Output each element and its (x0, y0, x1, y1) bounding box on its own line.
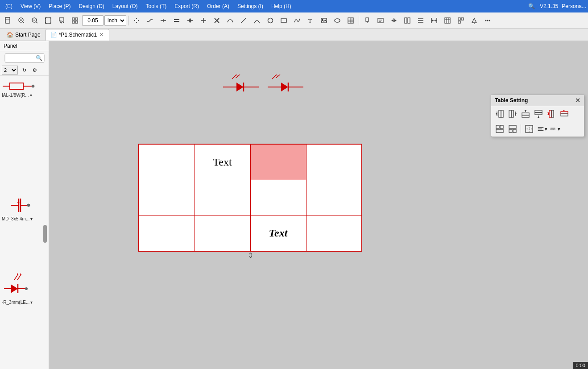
menu-view[interactable]: View (V) (17, 2, 44, 11)
table-cell-1-3[interactable] (306, 180, 362, 216)
new-button[interactable] (2, 14, 14, 27)
canvas-area[interactable]: Text Text (49, 41, 588, 369)
junction-button[interactable] (184, 14, 196, 27)
svg-rect-111 (509, 110, 511, 117)
zoom-select[interactable]: 2 1 3 (2, 66, 18, 75)
component-item-resistor[interactable]: IAL-1/8W(R... ▾ (2, 79, 47, 98)
menu-export[interactable]: Export (R) (171, 2, 203, 11)
pin-button[interactable] (361, 14, 373, 27)
spread-button[interactable] (455, 14, 467, 27)
move-button[interactable] (130, 14, 143, 27)
dist-icon (431, 17, 438, 24)
line-button[interactable] (237, 14, 250, 27)
table-cell-0-3[interactable] (306, 144, 362, 180)
unit-select[interactable]: inch mm mil (104, 15, 126, 26)
image-icon (320, 17, 327, 24)
ts-cell-border-btn[interactable] (523, 123, 535, 135)
noconnect-button[interactable] (211, 14, 223, 27)
dist-button[interactable] (428, 14, 440, 27)
ts-align-dropdown-btn[interactable]: ▾ (536, 123, 548, 135)
tab-start-page[interactable]: 🏠 Start Page (2, 29, 46, 41)
extra-button[interactable] (481, 14, 494, 27)
arc-button[interactable] (251, 14, 263, 27)
tab-schematic1-close[interactable]: ✕ (99, 32, 104, 37)
grid-button[interactable] (69, 14, 81, 27)
svg-line-5 (23, 22, 24, 23)
text-button[interactable]: T (304, 14, 317, 27)
ts-insert-row-above-btn[interactable] (520, 108, 531, 120)
capacitor-symbol: + (2, 194, 42, 216)
grid-value-input[interactable]: 0.05 (82, 15, 104, 26)
svg-rect-136 (513, 129, 516, 133)
menu-design[interactable]: Design (D) (75, 2, 108, 11)
menu-order[interactable]: Order (A) (203, 2, 233, 11)
ts-merge-btn[interactable] (494, 123, 505, 135)
menubar-right: 🔍 V2.1.35 Persona... (527, 2, 586, 11)
tab-schematic1[interactable]: 📄 *P1.Schematic1 ✕ (46, 29, 109, 41)
menu-settings[interactable]: Settings (I) (234, 2, 267, 11)
ts-toolbar-row-1 (491, 106, 584, 121)
table-cell-1-1[interactable] (195, 180, 250, 216)
component-item-diode-led[interactable]: -R_3mm(LE... ▾ (2, 273, 47, 305)
table-button[interactable] (344, 14, 357, 27)
bezier-button[interactable] (224, 14, 236, 27)
menu-place[interactable]: Place (P) (45, 2, 74, 11)
table-cell-0-0[interactable] (139, 144, 195, 180)
main-layout: Panel 🔍 2 1 3 ↻ ⚙ (0, 41, 588, 369)
schematic-table[interactable]: Text Text (138, 144, 362, 252)
ts-line-dropdown-btn[interactable]: ▾ (549, 123, 561, 135)
mirror-h-button[interactable] (388, 14, 400, 27)
panel-settings-btn[interactable]: ⚙ (30, 66, 39, 75)
bus-button[interactable] (170, 14, 183, 27)
table-cell-2-0[interactable] (139, 216, 195, 251)
ts-insert-col-left-btn[interactable] (494, 108, 505, 120)
table-cell-1-0[interactable] (139, 180, 195, 216)
table-cell-0-1[interactable]: Text (195, 144, 250, 180)
align-button[interactable] (414, 14, 427, 27)
svg-rect-40 (366, 18, 369, 21)
table-cell-2-3[interactable] (306, 216, 362, 251)
svg-point-75 (32, 85, 34, 87)
table-cell-0-2[interactable] (250, 144, 306, 180)
ts-insert-col-right-btn[interactable] (507, 108, 518, 120)
select-button[interactable] (55, 14, 68, 27)
circle-button[interactable] (264, 14, 277, 27)
panel-search-bar[interactable]: 🔍 (4, 53, 45, 63)
col-button[interactable] (401, 14, 414, 27)
table-cell-1-2[interactable] (250, 180, 306, 216)
ts-delete-col-btn[interactable] (546, 108, 557, 120)
ts-insert-row-below-btn[interactable] (533, 108, 544, 120)
wire-button[interactable] (144, 14, 156, 27)
net-button[interactable] (157, 14, 170, 27)
global-search-icon[interactable]: 🔍 (527, 2, 536, 11)
rect-button[interactable] (277, 14, 290, 27)
table2-button[interactable] (441, 14, 454, 27)
ts-close-button[interactable]: ✕ (575, 97, 580, 104)
menu-layout[interactable]: Layout (O) (109, 2, 141, 11)
svg-rect-0 (5, 17, 10, 23)
panel-scrollbar-thumb[interactable] (43, 225, 47, 243)
netflag-button[interactable] (468, 14, 480, 27)
ts-delete-row-btn[interactable] (559, 108, 570, 120)
svg-marker-16 (134, 20, 139, 21)
svg-rect-48 (405, 18, 407, 23)
table-cell-2-2[interactable]: Text (250, 216, 306, 251)
zoom-out-button[interactable] (29, 14, 41, 27)
zoom-in-button[interactable] (15, 14, 28, 27)
ts-split-btn[interactable] (507, 123, 518, 135)
version-label: V2.1.35 (540, 3, 558, 9)
cross-button[interactable] (197, 14, 210, 27)
menu-help[interactable]: Help (H) (268, 2, 295, 11)
svg-line-87 (14, 275, 17, 280)
component-item-capacitor[interactable]: + MD_3x5.4m... ▾ (2, 127, 47, 221)
spline-button[interactable] (291, 14, 303, 27)
fit-button[interactable] (42, 14, 54, 27)
menu-e[interactable]: (E) (2, 2, 16, 11)
capacitor-dropdown-icon: ▾ (30, 216, 33, 221)
table-cell-2-1[interactable] (195, 216, 250, 251)
ellipse-button[interactable] (331, 14, 344, 27)
annotation-button[interactable] (374, 14, 387, 27)
menu-tools[interactable]: Tools (T) (142, 2, 170, 11)
panel-refresh-btn[interactable]: ↻ (20, 66, 29, 75)
image-button[interactable] (318, 14, 330, 27)
